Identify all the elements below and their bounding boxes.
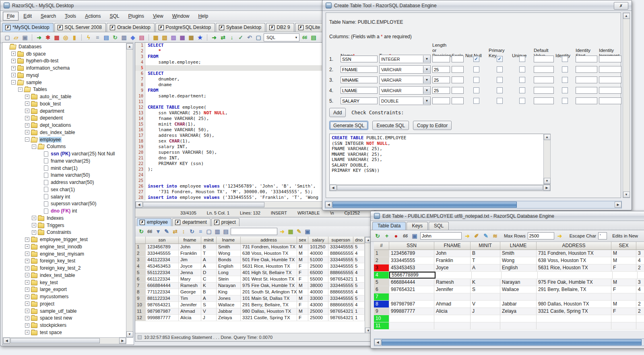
cell[interactable] — [613, 272, 638, 279]
tree-item-engine-test-myisam[interactable]: +engine_test_myisam — [3, 250, 126, 258]
cell[interactable] — [538, 272, 613, 279]
tree-item-sex-char-1-[interactable]: sex char(1) — [3, 186, 126, 193]
tree-item-sample[interactable]: −sample — [3, 79, 126, 86]
copy-to-editor-button[interactable]: Copy to Editor — [413, 121, 452, 130]
cell[interactable]: 2 — [636, 264, 644, 272]
tree-item-constraints[interactable]: +Constraints — [3, 229, 126, 236]
primary-key-checkbox[interactable] — [497, 66, 503, 72]
column-header-salary[interactable]: salary — [308, 237, 328, 244]
cell[interactable] — [389, 322, 434, 330]
menu-plugins[interactable]: Plugins — [124, 12, 148, 21]
name-input[interactable] — [341, 56, 378, 62]
save-icon[interactable]: ▣ — [411, 232, 418, 239]
tree-item-salary-int[interactable]: salary int — [3, 193, 126, 200]
commit-icon[interactable]: ✓ — [237, 34, 244, 41]
cell[interactable]: V — [471, 301, 500, 308]
tree-item-auto-inc-table[interactable]: +auto_inc_table — [3, 93, 126, 100]
identity-checkbox[interactable] — [562, 98, 568, 104]
save-icon[interactable]: ▣ — [21, 34, 29, 41]
connection-tab-3[interactable]: ✗Oracle Desktop — [107, 23, 155, 32]
column-header-SEX[interactable]: SEX — [611, 242, 636, 250]
collapse-icon[interactable]: − — [32, 144, 36, 149]
expand-icon[interactable]: + — [25, 237, 29, 242]
tree-item-foreign-key-test[interactable]: +foreign_key_test — [3, 258, 126, 265]
scroll-left-icon[interactable]: ◀ — [136, 202, 142, 208]
identity-increment-input[interactable] — [599, 76, 621, 83]
diamond-icon[interactable]: ◆ — [129, 34, 136, 41]
primary-key-checkbox[interactable]: ✓ — [497, 56, 503, 62]
scale-input[interactable] — [452, 76, 464, 83]
menu-tools[interactable]: Tools — [61, 12, 80, 21]
row-number[interactable]: 11 — [374, 322, 389, 330]
close-tab-icon[interactable]: ✗ — [298, 25, 303, 30]
create-table-horizontal-scrollbar[interactable]: ◀ ▶ — [325, 201, 622, 208]
identity-start-input[interactable] — [576, 87, 597, 94]
database-icon[interactable]: ▮ — [71, 34, 78, 41]
cell[interactable]: 453453453 — [389, 264, 434, 272]
identity-start-input[interactable] — [576, 66, 597, 73]
cell[interactable]: M — [611, 279, 636, 286]
results-tab-employee[interactable]: ✗employee — [137, 218, 171, 226]
describe-table-icon[interactable]: ▦ — [152, 34, 159, 41]
cell[interactable]: Ramesh — [434, 279, 471, 286]
cell[interactable]: 3 — [636, 250, 644, 257]
cell[interactable]: Alicia — [434, 308, 471, 315]
describe-66-icon[interactable]: 66 — [301, 34, 308, 41]
expand-icon[interactable]: + — [25, 116, 29, 120]
tree-item-databases[interactable]: Databases — [3, 43, 126, 50]
escape-char-input[interactable] — [598, 232, 607, 239]
cell[interactable] — [434, 322, 471, 330]
cell[interactable]: K — [471, 279, 500, 286]
new-editor-icon[interactable]: ▢ — [255, 34, 262, 41]
cell[interactable]: Wallace — [500, 286, 537, 293]
create-table-title-bar[interactable]: Create Table Tool - RazorSQL Database En… — [322, 0, 632, 11]
cell[interactable] — [611, 322, 636, 330]
cell[interactable] — [537, 315, 611, 322]
expand-icon[interactable]: + — [32, 230, 36, 235]
column-header-address[interactable]: address — [241, 237, 297, 244]
cell[interactable]: Smith — [500, 250, 537, 257]
expand-icon[interactable]: + — [32, 223, 36, 227]
save-results-icon[interactable]: ▣ — [304, 228, 311, 235]
cell[interactable]: 3321 Castle, Spring TX — [537, 308, 611, 315]
disconnect-icon[interactable]: ▩ — [53, 34, 60, 41]
cell[interactable] — [636, 315, 644, 322]
expand-icon[interactable]: + — [25, 101, 29, 106]
tree-item-indexes[interactable]: +Indexes — [3, 215, 126, 222]
tree-item-mycustomers[interactable]: +mycustomers — [3, 293, 126, 300]
sql-mode-select[interactable]: SQL▼ — [264, 33, 299, 41]
cell[interactable] — [611, 293, 636, 301]
default-value-input[interactable] — [534, 76, 554, 83]
scroll-down-icon[interactable]: ▼ — [126, 331, 133, 337]
name-input[interactable] — [341, 76, 378, 83]
menu-help[interactable]: Help — [194, 12, 212, 21]
edit-table-tab-keys[interactable]: Keys — [407, 222, 428, 230]
view-record-icon[interactable]: 66 — [402, 232, 409, 239]
expand-icon[interactable]: + — [25, 273, 29, 277]
tree-vertical-scrollbar[interactable]: ▲ ▼ — [126, 43, 133, 338]
edit-results-icon[interactable]: ✎ — [295, 228, 303, 235]
rollback-icon[interactable]: ↶ — [246, 34, 253, 41]
refresh-schema-icon[interactable]: ↻ — [111, 34, 119, 41]
cell[interactable]: 987654321 — [389, 286, 434, 293]
menu-search[interactable]: Search — [37, 12, 60, 21]
default-value-input[interactable] — [534, 66, 554, 73]
cell[interactable]: 731 Fondren, Houston TX — [537, 250, 611, 257]
expand-icon[interactable]: + — [11, 52, 16, 56]
default-value-input[interactable] — [534, 97, 554, 104]
length-input[interactable] — [432, 97, 450, 104]
list-icon[interactable]: ≡ — [197, 228, 204, 235]
length-input[interactable] — [432, 56, 450, 62]
length-input[interactable] — [432, 87, 450, 94]
row-number[interactable]: 4 — [374, 272, 389, 279]
edit-table-tab-table-data[interactable]: Table Data — [372, 222, 406, 230]
menu-window[interactable]: Window — [168, 12, 194, 21]
execute-sql-button[interactable]: Execute SQL — [372, 121, 409, 130]
tree-item-lname-varchar-50-[interactable]: lname varchar(50) — [3, 172, 126, 179]
scroll-left-icon[interactable]: ◀ — [374, 339, 381, 345]
add-column-button[interactable]: Add — [329, 108, 346, 117]
not-null-checkbox[interactable] — [473, 87, 479, 93]
cell[interactable] — [436, 272, 472, 279]
table-tools-icon[interactable]: ▦ — [188, 34, 195, 41]
unique-checkbox[interactable] — [519, 66, 525, 72]
